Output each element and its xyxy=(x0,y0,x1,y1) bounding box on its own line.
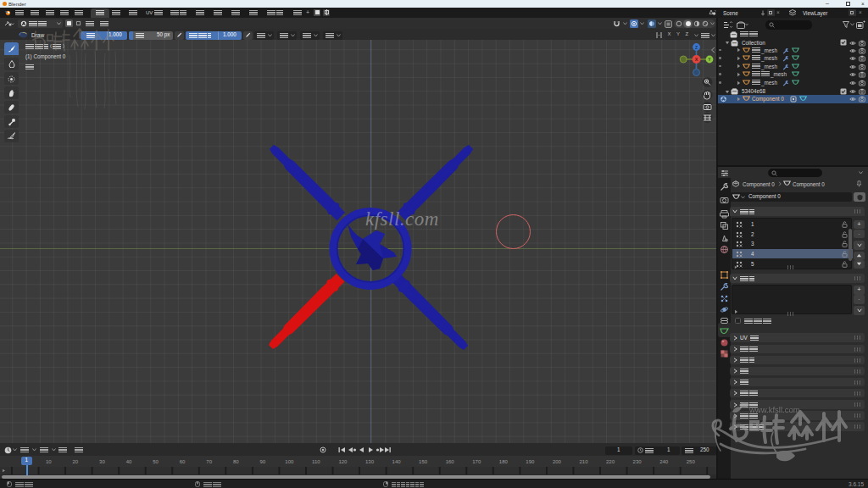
svg-text:Z: Z xyxy=(695,45,698,50)
svg-text:www.kfsll.com: www.kfsll.com xyxy=(748,405,800,414)
svg-text:X: X xyxy=(695,57,698,62)
